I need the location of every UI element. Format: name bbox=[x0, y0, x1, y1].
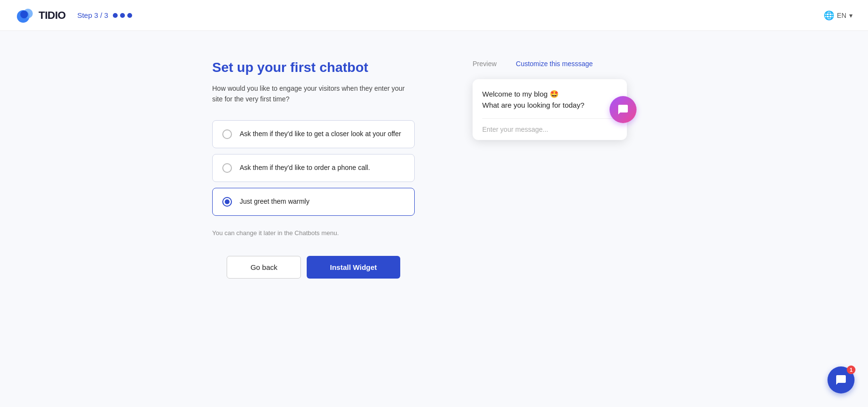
logo-text: TIDIO bbox=[39, 9, 66, 22]
step-label: Step 3 / 3 bbox=[77, 11, 108, 19]
header-left: TIDIO Step 3 / 3 bbox=[15, 6, 132, 25]
buttons-row: Go back Install Widget bbox=[212, 256, 415, 279]
chat-input-placeholder: Enter your message... bbox=[482, 126, 548, 133]
preview-label: Preview bbox=[473, 60, 497, 68]
chat-message: Welcome to my blog 🤩 What are you lookin… bbox=[482, 89, 617, 111]
dot-1 bbox=[113, 13, 118, 18]
chat-message-line1: Welcome to my blog 🤩 bbox=[482, 90, 559, 98]
globe-icon: 🌐 bbox=[824, 10, 834, 21]
left-panel: Set up your first chatbot How would you … bbox=[212, 60, 415, 279]
logo: TIDIO bbox=[15, 6, 66, 25]
chat-preview: Welcome to my blog 🤩 What are you lookin… bbox=[473, 79, 627, 140]
dot-3 bbox=[127, 13, 132, 18]
main-content: Set up your first chatbot How would you … bbox=[0, 31, 868, 298]
page-subtitle: How would you like to engage your visito… bbox=[212, 83, 415, 105]
notification-badge: 1 bbox=[847, 365, 855, 374]
option-phone[interactable]: Ask them if they'd like to order a phone… bbox=[212, 154, 415, 182]
header: TIDIO Step 3 / 3 🌐 EN ▾ bbox=[0, 0, 868, 31]
language-label: EN bbox=[837, 12, 846, 19]
language-selector[interactable]: 🌐 EN ▾ bbox=[824, 10, 853, 21]
preview-header: Preview Customize this messsage bbox=[473, 60, 656, 68]
option-offer[interactable]: Ask them if they'd like to get a closer … bbox=[212, 120, 415, 148]
step-dots bbox=[113, 13, 132, 18]
step-indicator: Step 3 / 3 bbox=[77, 11, 132, 19]
option-greet-label: Just greet them warmly bbox=[240, 197, 310, 207]
radio-phone bbox=[222, 163, 232, 173]
chat-message-line2: What are you looking for today? bbox=[482, 101, 584, 109]
chat-input-area[interactable]: Enter your message... bbox=[482, 118, 617, 140]
hint-text: You can change it later in the Chatbots … bbox=[212, 229, 415, 237]
option-offer-label: Ask them if they'd like to get a closer … bbox=[240, 129, 401, 139]
chat-widget-button[interactable] bbox=[610, 96, 637, 123]
dot-2 bbox=[120, 13, 125, 18]
option-phone-label: Ask them if they'd like to order a phone… bbox=[240, 163, 370, 173]
tidio-logo-icon bbox=[15, 6, 35, 25]
option-greet[interactable]: Just greet them warmly bbox=[212, 188, 415, 216]
customize-label[interactable]: Customize this messsage bbox=[516, 60, 593, 68]
radio-offer bbox=[222, 129, 232, 139]
chevron-down-icon: ▾ bbox=[849, 12, 853, 19]
chat-bubble-icon bbox=[617, 104, 629, 115]
page-title: Set up your first chatbot bbox=[212, 60, 415, 75]
radio-greet bbox=[222, 197, 232, 207]
floating-chat-button[interactable]: 1 bbox=[827, 366, 854, 393]
floating-chat-icon bbox=[835, 374, 847, 386]
chat-bubble: Welcome to my blog 🤩 What are you lookin… bbox=[473, 79, 627, 140]
install-widget-button[interactable]: Install Widget bbox=[307, 256, 400, 279]
radio-inner-greet bbox=[225, 199, 230, 204]
right-panel: Preview Customize this messsage Welcome … bbox=[473, 60, 656, 279]
go-back-button[interactable]: Go back bbox=[227, 256, 301, 279]
options-list: Ask them if they'd like to get a closer … bbox=[212, 120, 415, 216]
svg-point-2 bbox=[20, 11, 28, 18]
